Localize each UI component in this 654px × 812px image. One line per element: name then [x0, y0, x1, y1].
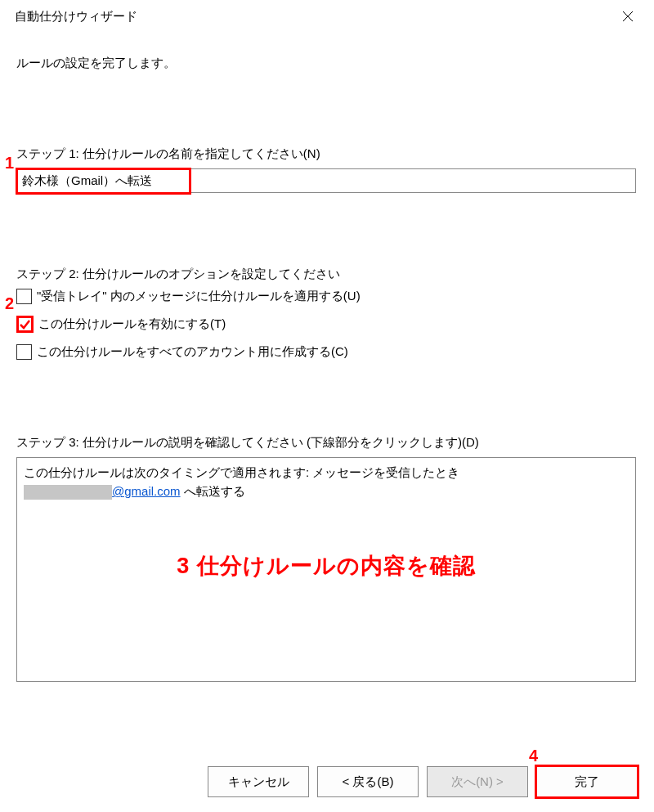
rule-description-box: この仕分けルールは次のタイミングで適用されます: メッセージを受信したとき @g… [16, 457, 636, 682]
description-suffix: へ転送する [181, 484, 245, 498]
annotation-4: 4 [529, 747, 538, 765]
step3-label: ステップ 3: 仕分けルールの説明を確認してください (下線部分をクリックします… [16, 435, 638, 451]
next-button: 次へ(N) > [427, 766, 528, 797]
step1-label: ステップ 1: 仕分けルールの名前を指定してください(N) [16, 146, 638, 162]
checkbox-all-accounts[interactable] [16, 344, 32, 360]
cancel-button[interactable]: キャンセル [208, 766, 309, 797]
option-row: "受信トレイ" 内のメッセージに仕分けルールを適用する(U) [16, 289, 638, 304]
intro-text: ルールの設定を完了します。 [16, 56, 638, 71]
option-label: この仕分けルールをすべてのアカウント用に作成する(C) [37, 344, 348, 360]
rule-name-field-wrap: 1 [16, 168, 638, 193]
description-line-2: @gmail.com へ転送する [24, 482, 629, 500]
close-icon [622, 11, 634, 22]
checkbox-enable-rule[interactable] [16, 316, 34, 333]
step2-section: 2 ステップ 2: 仕分けルールのオプションを設定してください "受信トレイ" … [16, 267, 638, 360]
checkbox-apply-inbox[interactable] [16, 289, 32, 304]
button-row: キャンセル < 戻る(B) 次へ(N) > 4 完了 [208, 766, 638, 797]
option-label: この仕分けルールを有効にする(T) [38, 316, 226, 332]
option-label: "受信トレイ" 内のメッセージに仕分けルールを適用する(U) [37, 289, 361, 304]
option-row: この仕分けルールをすべてのアカウント用に作成する(C) [16, 344, 638, 360]
titlebar: 自動仕分けウィザード [0, 0, 654, 33]
finish-button-wrap: 4 完了 [536, 766, 638, 797]
close-button[interactable] [613, 4, 643, 29]
finish-button[interactable]: 完了 [536, 766, 638, 797]
email-link[interactable]: @gmail.com [112, 484, 181, 498]
rule-name-input[interactable] [16, 168, 636, 193]
step2-label: ステップ 2: 仕分けルールのオプションを設定してください [16, 267, 638, 282]
checkmark-icon [19, 318, 31, 330]
option-row: この仕分けルールを有効にする(T) [16, 316, 638, 333]
description-line-1: この仕分けルールは次のタイミングで適用されます: メッセージを受信したとき [24, 463, 629, 482]
back-button[interactable]: < 戻る(B) [317, 766, 419, 797]
wizard-content: ルールの設定を完了します。 ステップ 1: 仕分けルールの名前を指定してください… [0, 33, 654, 682]
annotation-2: 2 [5, 294, 14, 313]
redacted-email-prefix [24, 485, 112, 500]
annotation-3: 3 仕分けルールの内容を確認 [17, 550, 635, 584]
window-title: 自動仕分けウィザード [15, 9, 137, 25]
annotation-1: 1 [5, 154, 14, 173]
